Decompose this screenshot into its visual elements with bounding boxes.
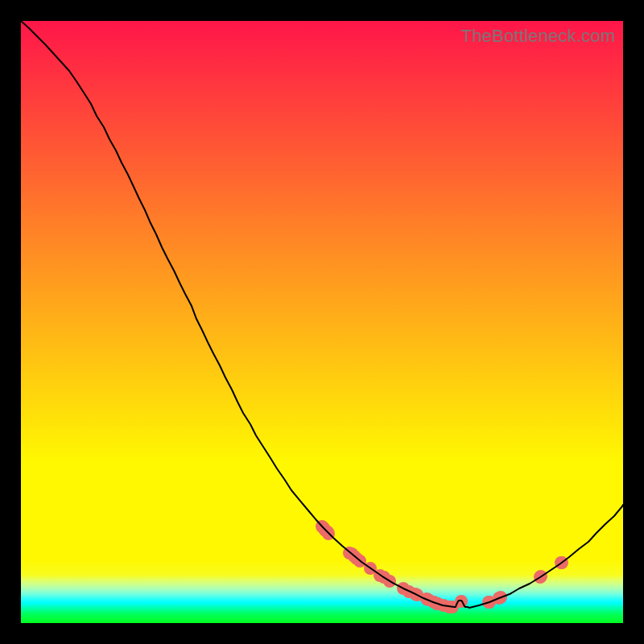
watermark-label: TheBottleneck.com <box>460 26 615 47</box>
bottleneck-chart <box>21 21 623 623</box>
chart-frame: TheBottleneck.com <box>21 21 623 623</box>
